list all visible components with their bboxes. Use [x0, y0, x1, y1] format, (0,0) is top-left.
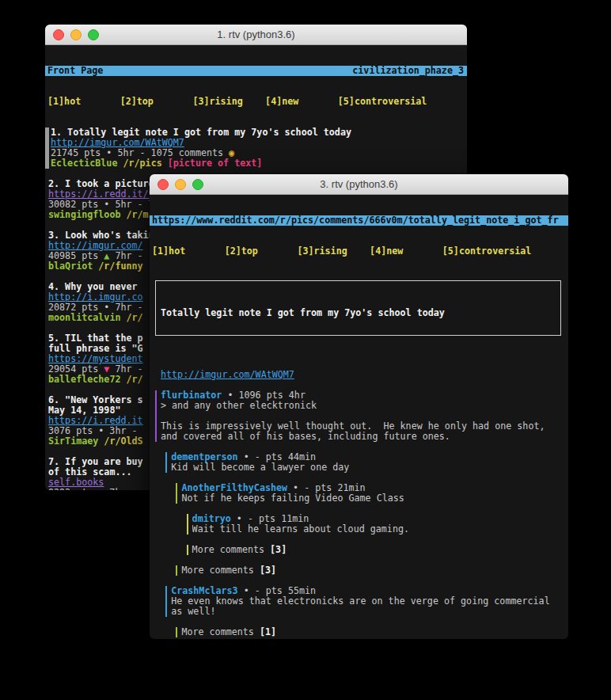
post-meta: 3hr -	[109, 426, 137, 436]
post-meta: 7hr -	[115, 302, 142, 313]
terminal-comments: https://www.reddit.com/r/pics/comments/6…	[150, 195, 568, 639]
post-link[interactable]: http://imgur.com/WAtWQM7	[161, 370, 294, 380]
comment[interactable]: AnotherFilthyCashew• - pts 21minNot if h…	[176, 483, 568, 504]
sort-menu-comments: [1]hot[2]top[3]rising[4]new[5]controvers…	[150, 246, 568, 257]
post-points: 30082 pts	[48, 200, 98, 210]
titlebar-comments[interactable]: 3. rtv (python3.6)	[150, 174, 568, 195]
comment-author[interactable]: AnotherFilthyCashew	[181, 483, 287, 493]
post-points: 20872 pts	[48, 302, 98, 313]
post-author[interactable]: blaQriot	[48, 261, 93, 272]
window-title-comments: 3. rtv (python3.6)	[320, 178, 397, 190]
zoom-button[interactable]	[192, 179, 203, 190]
traffic-lights	[53, 29, 99, 40]
comment-body-line: He even knows that electronicks are on t…	[171, 596, 568, 607]
more-comments[interactable]: More comments[1]	[176, 627, 568, 637]
comment-author[interactable]: dementperson	[171, 452, 237, 462]
post-flair: [picture of text]	[168, 158, 263, 169]
post-box-border: Totally legit note I got from my 7yo's s…	[155, 280, 561, 336]
post-author[interactable]: moonlitcalvin	[48, 313, 120, 323]
upvote-arrow-icon: ▲	[104, 251, 109, 261]
comment-meta: • - pts 55min	[244, 586, 316, 596]
menu-item-3rising[interactable]: [3]rising	[192, 97, 242, 107]
comment-meta: • - pts 21min	[293, 483, 365, 493]
post-title[interactable]: 5. TIL that the p	[48, 333, 143, 344]
menu-item-2top[interactable]: [2]top	[120, 97, 154, 107]
post-title[interactable]: of this scam...	[48, 467, 132, 477]
comment[interactable]: CrashMclars3• - pts 55minHe even knows t…	[165, 586, 568, 617]
post-title[interactable]: 1. Totally legit note I got from my 7yo'…	[51, 127, 351, 138]
spacer-row	[150, 555, 568, 565]
post-subreddit[interactable]: /r/	[126, 313, 142, 323]
menu-item-2top[interactable]: [2]top	[225, 246, 258, 257]
titlebar-frontpage[interactable]: 1. rtv (python3.6)	[45, 25, 467, 45]
window-title-frontpage: 1. rtv (python3.6)	[217, 29, 294, 40]
bullet-icon: •	[104, 200, 109, 210]
close-button[interactable]	[53, 29, 64, 40]
post-author[interactable]: swingingfloob	[48, 210, 120, 220]
more-comments-label: More comments	[181, 627, 253, 637]
more-comments[interactable]: More comments[3]	[176, 565, 568, 576]
post-author[interactable]: EclecticBlue	[51, 158, 117, 169]
comment-author[interactable]: CrashMclars3	[171, 586, 237, 596]
post-title[interactable]: May 14, 1998"	[48, 405, 120, 416]
post-author[interactable]: EclecticBlue	[227, 348, 294, 349]
gilded-icon: ◉	[229, 148, 234, 158]
comments-header-bar: https://www.reddit.com/r/pics/comments/6…	[150, 215, 568, 226]
close-button[interactable]	[157, 179, 169, 190]
post-link[interactable]: https://mystudent	[48, 354, 143, 364]
comment-author[interactable]: dmitryo	[192, 514, 231, 524]
minimize-button[interactable]	[70, 29, 82, 40]
post-link[interactable]: self.books	[48, 477, 104, 488]
post-title[interactable]: 7. If you are buy	[48, 457, 143, 467]
bullet-icon: •	[104, 302, 109, 313]
selection-cursor	[45, 127, 49, 169]
post-subreddit[interactable]: /r/OldS	[104, 436, 142, 447]
bullet-icon: •	[98, 488, 104, 490]
post-link[interactable]: http://imgur.com/	[48, 241, 143, 251]
post-item[interactable]: 1. Totally legit note I got from my 7yo'…	[45, 127, 467, 169]
more-comments-label: More comments	[192, 545, 264, 555]
post-flair: [picture of text]	[300, 348, 395, 349]
post-link[interactable]: https://i.redd.it	[48, 416, 143, 426]
menu-item-3rising[interactable]: [3]rising	[297, 246, 347, 257]
post-subreddit[interactable]: /r/pics	[123, 158, 161, 169]
post-link[interactable]: http://i.imgur.co	[48, 292, 143, 302]
post-meta: 7hr -	[115, 364, 142, 375]
comment[interactable]: dementperson• - pts 44minKid will become…	[165, 452, 568, 473]
post-title[interactable]: full phrase is "G	[48, 344, 143, 354]
menu-item-5controversial[interactable]: [5]controversial	[442, 246, 532, 257]
post-meta: 7hr -	[115, 251, 142, 261]
post-subreddit[interactable]: /r/funny	[98, 261, 142, 272]
spacer-row	[150, 535, 568, 545]
post-title[interactable]: 6. "New Yorkers s	[48, 395, 143, 405]
post-subreddit[interactable]: /r/	[126, 375, 142, 385]
post-title[interactable]: 4. Why you never	[48, 282, 143, 292]
comment-body-line: Not if he keeps failing Video Game Class	[181, 493, 568, 504]
more-comments-count: [1]	[260, 627, 276, 637]
spacer-row	[150, 576, 568, 586]
menu-item-1hot[interactable]: [1]hot	[152, 246, 185, 257]
post-author[interactable]: SirTimaey	[48, 436, 98, 447]
post-link[interactable]: http://imgur.com/WAtWQM7	[51, 138, 184, 148]
submission-url: https://www.reddit.com/r/pics/comments/6…	[152, 215, 559, 226]
zoom-button[interactable]	[88, 29, 99, 40]
post-meta: 5hr pics	[400, 348, 445, 349]
menu-item-4new[interactable]: [4]new	[265, 97, 298, 107]
menu-item-5controversial[interactable]: [5]controversial	[338, 97, 427, 107]
more-comments[interactable]: More comments[3]	[187, 545, 568, 555]
post-points: 23771 pts • 1155 comments	[227, 410, 366, 411]
minimize-button[interactable]	[175, 179, 186, 190]
post-points: 9293 pts	[48, 488, 93, 490]
spacer-row	[150, 637, 568, 639]
comment-meta: • - pts 11min	[237, 514, 309, 524]
post-author[interactable]: ballefleche72	[48, 375, 120, 385]
post-summary-box[interactable]: Totally legit note I got from my 7yo's s…	[150, 277, 568, 339]
page-title: Front Page	[47, 66, 103, 76]
comment-body-line: and covered all of his bases, including …	[161, 432, 568, 442]
menu-item-1hot[interactable]: [1]hot	[47, 97, 81, 107]
post-meta: 5hr - 1075 comments	[117, 148, 223, 158]
comment-meta: • - pts 44min	[244, 452, 316, 462]
traffic-lights	[157, 179, 203, 190]
menu-item-4new[interactable]: [4]new	[370, 246, 403, 257]
comment[interactable]: dmitryo• - pts 11minWait till he learns …	[187, 514, 568, 535]
